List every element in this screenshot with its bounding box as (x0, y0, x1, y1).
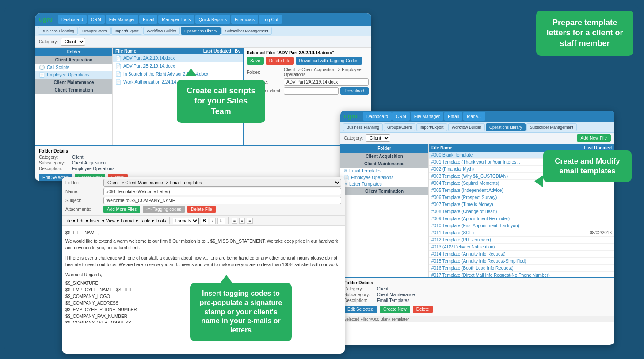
by-header-1: By (235, 49, 240, 53)
editor-name-row: Name: (65, 188, 341, 195)
nav-filemanager-2[interactable]: File Manager (411, 112, 443, 121)
edit-selected-button-2[interactable]: Edit Selected (344, 306, 377, 313)
folder-item-call-scripts[interactable]: 🕐 Call Scripts (35, 64, 112, 71)
toolbar-tools[interactable]: Tools (156, 218, 166, 223)
sub-operations-library-1[interactable]: Operations Library (181, 27, 221, 35)
delete-file-button[interactable]: Delete File (266, 57, 294, 65)
fd-description-row-1: Description: Employee Operations (39, 166, 368, 171)
email-templates-callout: Create and Modify email templates (543, 150, 632, 182)
nav-email-2[interactable]: Email (444, 112, 462, 121)
template-item-14[interactable]: #014 Template (Annuity Info Request) (429, 251, 614, 258)
logo-2: ugru (344, 113, 358, 119)
category-select-2[interactable]: Client (366, 134, 390, 142)
template-item-6[interactable]: #006 Template (Prospect Survey) (429, 194, 614, 201)
editor-subject-input[interactable] (103, 197, 341, 204)
nav-crm-2[interactable]: CRM (392, 112, 410, 121)
add-more-files-button[interactable]: Add More Files (103, 206, 140, 213)
file-row-1[interactable]: 📄 ADV Part 2B 2.19.14.docx (113, 62, 243, 70)
toolbar-table[interactable]: Table ▾ (140, 218, 154, 223)
toolbar-edit[interactable]: Edit ▾ (77, 218, 88, 223)
email-icon-1: ✉ (344, 168, 347, 173)
nav-managertools-1[interactable]: Manager Tools (158, 15, 194, 24)
sub-business-planning-2[interactable]: Business Planning (343, 123, 383, 131)
template-item-7[interactable]: #007 Template (Time is Money) (429, 201, 614, 208)
italic-button[interactable]: I (210, 218, 216, 224)
file-row-0[interactable]: 📄 ADV Part 2A 2.19.14.docx (113, 54, 243, 62)
sub-workflow-builder-1[interactable]: Workflow Builder (143, 27, 180, 35)
filename-input[interactable] (284, 78, 369, 86)
toolbar-format[interactable]: Format ▾ (121, 218, 138, 223)
template-item-8[interactable]: #008 Template (Change of Heart) (429, 208, 614, 215)
sub-subscriber-management-1[interactable]: Subscriber Management (221, 27, 272, 35)
template-item-10[interactable]: #010 Template (First Appointment thank y… (429, 222, 614, 229)
nav-dashboard-2[interactable]: Dashboard (363, 112, 392, 121)
editor-name-input[interactable] (103, 188, 341, 195)
nav-email-1[interactable]: Email (139, 15, 157, 24)
folder-item-email-templates[interactable]: ✉ Email Templates (340, 168, 428, 174)
file-name-0: ADV Part 2A 2.19.14.docx (123, 56, 175, 61)
fd-description-label-2: Description: (344, 298, 377, 303)
toolbar-insert[interactable]: Insert ▾ (90, 218, 104, 223)
sub-business-planning-1[interactable]: Business Planning (38, 27, 78, 35)
last-updated-header-2: Last Updated (584, 145, 612, 150)
nav-logout-1[interactable]: Log Out (259, 15, 282, 24)
tagging-codes-button[interactable]: <> Tagging codes (143, 206, 185, 213)
sub-operations-library-2[interactable]: Operations Library (486, 123, 526, 131)
file-icon-1: 📄 (115, 63, 122, 69)
folder-action-buttons-2: Edit Selected Create New Delete (344, 306, 611, 313)
nav-filemanager-1[interactable]: File Manager (106, 15, 138, 24)
download-with-tagging-button[interactable]: Download with Tagging Codes (296, 57, 362, 65)
toolbar-view[interactable]: View ▾ (106, 218, 119, 223)
nav-financials-1[interactable]: Financials (231, 15, 258, 24)
sub-groups-users-1[interactable]: Groups/Users (79, 27, 111, 35)
template-item-9[interactable]: #009 Template (Appointment Reminder) (429, 215, 614, 222)
underline-button[interactable]: U (217, 218, 225, 224)
fd-category-val-1: Client (72, 155, 84, 160)
save-button[interactable]: Save (247, 57, 264, 65)
folder-label: Folder: (247, 70, 282, 75)
nav-mana-2[interactable]: Mana... (463, 112, 485, 121)
sub-import-export-1[interactable]: Import/Export (111, 27, 142, 35)
sub-groups-users-2[interactable]: Groups/Users (384, 123, 415, 131)
category-select-1[interactable]: Client (61, 38, 85, 46)
nav-quickreports-1[interactable]: Quick Reports (195, 15, 230, 24)
create-new-button-2[interactable]: Create New (380, 306, 410, 313)
doc-icon-2: 📄 (344, 175, 349, 180)
template-item-5[interactable]: #005 Template (Independent Advice) (429, 187, 614, 194)
folder-details-title-1: Folder Details (39, 149, 368, 153)
fd-description-label-1: Description: (39, 166, 72, 171)
toolbar-file[interactable]: File ▾ (65, 218, 75, 223)
folder-item-employee-ops-2[interactable]: 📄 Employee Operations (340, 174, 428, 181)
format-select[interactable]: Formats (173, 218, 199, 224)
template-item-11[interactable]: #011 Template (SOE) 08/02/2016 (429, 229, 614, 237)
folder-item-letter-templates[interactable]: ✉ Letter Templates (340, 181, 428, 187)
folder-item-employee-ops[interactable]: 📄 Employee Operations (35, 71, 112, 79)
align-left-button[interactable]: ≡ (232, 218, 237, 224)
folder-column-2: Folder Client Acquisition Client Mainten… (340, 144, 429, 277)
template-item-12[interactable]: #012 Template (PR Reminder) (429, 237, 614, 244)
template-item-15[interactable]: #015 Template (Annuity Info Request-Simp… (429, 258, 614, 265)
template-item-13[interactable]: #013 (ADV Delivery Notification) (429, 244, 614, 251)
template-item-16[interactable]: #016 Template (Booth Lead Info Request) (429, 265, 614, 272)
nav-crm-1[interactable]: CRM (88, 15, 105, 24)
sub-import-export-2[interactable]: Import/Export (416, 123, 447, 131)
fd-category-label-1: Category: (39, 155, 72, 160)
nav-dashboard-1[interactable]: Dashboard (58, 15, 87, 24)
download-button[interactable]: Download (340, 87, 369, 95)
delete-file-button-editor[interactable]: Delete File (187, 206, 216, 213)
sub-workflow-builder-2[interactable]: Workflow Builder (448, 123, 485, 131)
template-item-17[interactable]: #017 Template (Direct Mail Info Request-… (429, 272, 614, 277)
call-scripts-callout: Create call scripts for your Sales Team (177, 80, 265, 123)
sub-subscriber-management-2[interactable]: Subscriber Management (526, 123, 577, 131)
editor-folder-select[interactable]: Client -> Client Maintenance -> Email Te… (103, 179, 341, 187)
align-right-button[interactable]: ≡ (247, 218, 252, 224)
file-row-2[interactable]: 📄 In Search of the Right Advisor 2.26.14… (113, 70, 243, 78)
prepare-client-input[interactable] (284, 87, 339, 95)
folder-section-client-termination-2: Client Termination (340, 187, 428, 195)
add-new-file-button-2[interactable]: Add New File (577, 134, 611, 142)
delete-button-2[interactable]: Delete (413, 306, 433, 313)
editor-attachments-label: Attachments: (65, 207, 101, 212)
bold-button[interactable]: B (201, 218, 208, 224)
align-center-button[interactable]: ≡ (239, 218, 245, 224)
file-name-1: ADV Part 2B 2.19.14.docx (123, 64, 175, 69)
